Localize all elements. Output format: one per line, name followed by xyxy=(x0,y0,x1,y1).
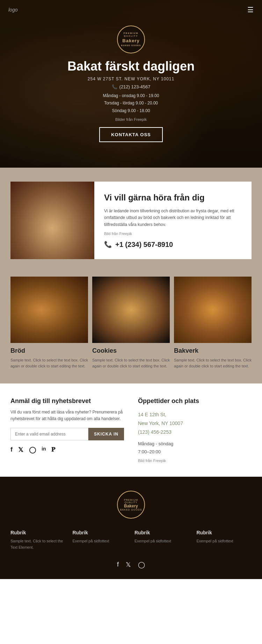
footer-badge: PREMIUM QUALITY Bakery BAKED GOODS xyxy=(117,491,145,519)
badge-top: PREMIUM QUALITY xyxy=(118,32,144,38)
footer-col-4: Rubrik Exempel på sidfottext xyxy=(197,530,252,550)
about-phone: 📞 +1 (234) 567-8910 xyxy=(104,241,242,249)
pinterest-icon[interactable]: 𝐏 xyxy=(51,446,55,454)
hours-address: 14 E 12th St, New York, NY 10007 (123) 4… xyxy=(138,410,252,437)
footer-social: f 𝕏 ◯ xyxy=(10,561,252,569)
submit-button[interactable]: SKICKA IN xyxy=(88,428,124,440)
facebook-icon[interactable]: f xyxy=(10,446,13,454)
about-body: Vi är ledande inom tillverkning och dist… xyxy=(104,208,242,228)
footer: PREMIUM QUALITY Bakery BAKED GOODS Rubri… xyxy=(0,477,262,579)
twitter-icon[interactable]: 𝕏 xyxy=(18,446,23,454)
footer-cols: Rubrik Sample text. Click to select the … xyxy=(10,530,252,550)
footer-instagram-icon[interactable]: ◯ xyxy=(138,561,145,569)
hero-hours: Måndag - onsdag 9.00 - 19.00 Torsdag - l… xyxy=(67,92,195,115)
hours-freepik: Bild från Freepik xyxy=(138,459,252,463)
footer-col-2-title: Rubrik xyxy=(73,530,128,535)
hours-line-2: Torsdag - lördag 9.00 - 20.00 xyxy=(67,100,195,107)
product-title-bread: Bröd xyxy=(10,347,88,354)
footer-col-2-text: Exempel på sidfottext xyxy=(73,538,128,544)
about-heading: Vi vill gärna höra från dig xyxy=(104,192,242,203)
products-section: Bröd Sample text. Click to select the te… xyxy=(0,273,262,383)
about-image xyxy=(10,182,94,259)
hero-headline: Bakat färskt dagligen xyxy=(67,59,195,74)
footer-col-3-title: Rubrik xyxy=(134,530,190,535)
product-desc-pastry: Sample text. Click to select the text bo… xyxy=(174,357,252,369)
about-text-box: Vi vill gärna höra från dig Vi är ledand… xyxy=(94,182,252,259)
footer-facebook-icon[interactable]: f xyxy=(117,561,119,569)
hours-line-3: Söndag 9.00 - 18.00 xyxy=(67,107,195,115)
email-form: SKICKA IN xyxy=(10,428,124,440)
footer-twitter-icon[interactable]: 𝕏 xyxy=(126,561,131,569)
hours-heading: Öppettider och plats xyxy=(138,397,252,405)
footer-col-1-title: Rubrik xyxy=(10,530,66,535)
linkedin-icon[interactable]: in xyxy=(42,446,46,454)
footer-badge-inner: PREMIUM QUALITY Bakery BAKED GOODS xyxy=(118,499,144,511)
footer-col-1: Rubrik Sample text. Click to select the … xyxy=(10,530,66,550)
schedule-hours: 7:00–20:00 xyxy=(138,448,252,456)
email-input[interactable] xyxy=(10,428,88,440)
newsletter-body: Vill du vara först med att läsa våra nyh… xyxy=(10,409,124,422)
about-freepik: Bild från Freepik xyxy=(104,232,242,236)
instagram-icon[interactable]: ◯ xyxy=(29,446,36,454)
product-image-pastry xyxy=(174,277,252,343)
footer-col-1-text: Sample text. Click to select the Text El… xyxy=(10,538,66,550)
footer-badge-title: Bakery xyxy=(118,504,144,508)
hero-freepik: Bilder från Freepik xyxy=(67,117,195,122)
product-image-bread xyxy=(10,277,88,343)
products-grid: Bröd Sample text. Click to select the te… xyxy=(10,277,252,369)
footer-col-3: Rubrik Exempel på sidfottext xyxy=(134,530,190,550)
hours-phone: (123) 456-2253 xyxy=(138,428,252,437)
phone-icon: 📞 xyxy=(104,241,112,248)
about-inner: Vi vill gärna höra från dig Vi är ledand… xyxy=(10,182,252,259)
hours-col: Öppettider och plats 14 E 12th St, New Y… xyxy=(138,397,252,463)
newsletter-col: Anmäl dig till nyhetsbrevet Vill du vara… xyxy=(10,397,124,463)
footer-badge-top: PREMIUM QUALITY xyxy=(118,499,144,504)
hours-address-line1: 14 E 12th St, xyxy=(138,410,252,419)
phone-icon: 📞 xyxy=(112,84,117,89)
hero-content: PREMIUM QUALITY Bakery BAKED GOODS Bakat… xyxy=(53,25,209,142)
product-desc-bread: Sample text. Click to select the text bo… xyxy=(10,357,88,369)
footer-badge-wrap: PREMIUM QUALITY Bakery BAKED GOODS xyxy=(10,491,252,519)
menu-icon[interactable]: ☰ xyxy=(247,6,254,14)
product-card-pastry: Bakverk Sample text. Click to select the… xyxy=(174,277,252,369)
contact-button[interactable]: KONTAKTA OSS xyxy=(99,127,163,142)
product-title-pastry: Bakverk xyxy=(174,347,252,354)
about-section: Vi vill gärna höra från dig Vi är ledand… xyxy=(0,168,262,273)
badge-title: Bakery xyxy=(118,38,144,44)
badge-bottom: BAKED GOODS xyxy=(118,44,144,47)
logo: logo xyxy=(8,7,17,13)
hero-phone: 📞 (212) 123-4567 xyxy=(67,84,195,89)
product-card-cookies: Cookies Sample text. Click to select the… xyxy=(92,277,170,369)
footer-col-2: Rubrik Exempel på sidfottext xyxy=(73,530,128,550)
info-section: Anmäl dig till nyhetsbrevet Vill du vara… xyxy=(0,383,262,477)
product-desc-cookies: Sample text. Click to select the text bo… xyxy=(92,357,170,369)
hours-line-1: Måndag - onsdag 9.00 - 19.00 xyxy=(67,92,195,100)
footer-badge-bottom: BAKED GOODS xyxy=(118,508,144,511)
product-title-cookies: Cookies xyxy=(92,347,170,354)
schedule-label: Måndag - söndag xyxy=(138,440,252,448)
product-image-cookies xyxy=(92,277,170,343)
footer-col-4-title: Rubrik xyxy=(197,530,252,535)
navigation: logo ☰ xyxy=(0,0,262,20)
footer-col-4-text: Exempel på sidfottext xyxy=(197,538,252,544)
newsletter-heading: Anmäl dig till nyhetsbrevet xyxy=(10,397,124,405)
bakery-badge-inner: PREMIUM QUALITY Bakery BAKED GOODS xyxy=(118,32,144,47)
hours-address-line2: New York, NY 10007 xyxy=(138,419,252,428)
hero-address: 254 W 27ST ST. NEW YORK, NY 10011 xyxy=(67,76,195,81)
hours-schedule: Måndag - söndag 7:00–20:00 xyxy=(138,440,252,456)
footer-col-3-text: Exempel på sidfottext xyxy=(134,538,190,544)
hero-section: logo ☰ PREMIUM QUALITY Bakery BAKED GOOD… xyxy=(0,0,262,168)
product-card-bread: Bröd Sample text. Click to select the te… xyxy=(10,277,88,369)
bakery-badge: PREMIUM QUALITY Bakery BAKED GOODS xyxy=(117,25,145,53)
social-icons: f 𝕏 ◯ in 𝐏 xyxy=(10,446,124,454)
